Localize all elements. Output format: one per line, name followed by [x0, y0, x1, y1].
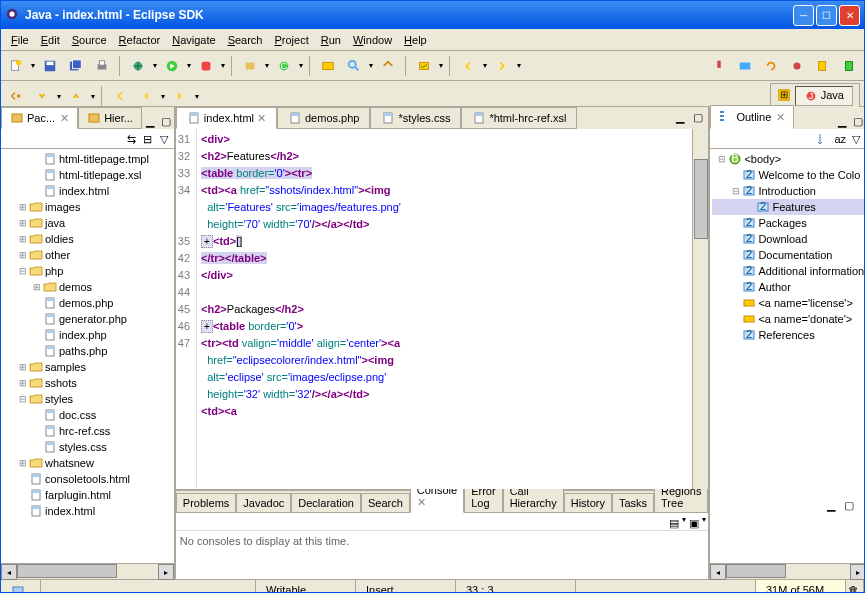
twisty-icon[interactable]: ⊞ — [17, 458, 29, 468]
code-editor[interactable]: 31323334 35424344454647 <div><h2>Feature… — [176, 129, 709, 489]
console-minimize-icon[interactable]: ▁ — [823, 497, 839, 513]
menu-search[interactable]: Search — [222, 32, 269, 48]
tree-node[interactable]: html-titlepage.tmpl — [3, 151, 172, 167]
paste-button[interactable] — [838, 55, 860, 77]
twisty-icon[interactable]: ⊞ — [17, 250, 29, 260]
debug-button[interactable] — [127, 55, 149, 77]
code-content[interactable]: <div><h2>Features</h2><table border='0'>… — [197, 129, 692, 489]
twisty-icon[interactable]: ⊞ — [17, 378, 29, 388]
pin-console-icon[interactable]: ▣ — [686, 515, 702, 531]
tree-node[interactable]: ⊞other — [3, 247, 172, 263]
twisty-icon[interactable]: ⊞ — [17, 202, 29, 212]
search-button[interactable] — [343, 55, 365, 77]
menu-file[interactable]: File — [5, 32, 35, 48]
run-button[interactable] — [161, 55, 183, 77]
prev-annotation-button[interactable] — [65, 85, 87, 107]
tree-node[interactable]: html-titlepage.xsl — [3, 167, 172, 183]
bottom-tab[interactable]: Javadoc — [236, 493, 291, 513]
outline-node[interactable]: 2Packages — [712, 215, 864, 231]
tree-node[interactable]: ⊞oldies — [3, 231, 172, 247]
menu-source[interactable]: Source — [66, 32, 113, 48]
scroll-left-button[interactable]: ◂ — [710, 564, 726, 580]
perspective-java[interactable]: J Java — [795, 86, 853, 106]
twisty-icon[interactable]: ⊞ — [17, 234, 29, 244]
scroll-right-button[interactable]: ▸ — [158, 564, 174, 580]
save-all-button[interactable] — [65, 55, 87, 77]
menu-navigate[interactable]: Navigate — [166, 32, 221, 48]
tree-node[interactable]: styles.css — [3, 439, 172, 455]
back-history-button[interactable] — [135, 85, 157, 107]
menu-project[interactable]: Project — [269, 32, 315, 48]
view-tab[interactable]: Pac...✕ — [1, 107, 78, 129]
tree-node[interactable]: paths.php — [3, 343, 172, 359]
outline-node[interactable]: ⊟2Introduction — [712, 183, 864, 199]
outline-node[interactable]: 2References — [712, 327, 864, 343]
new-package-button[interactable] — [239, 55, 261, 77]
menu-window[interactable]: Window — [347, 32, 398, 48]
twisty-icon[interactable]: ⊟ — [730, 186, 742, 196]
editor-tab[interactable]: demos.php — [277, 107, 370, 129]
scroll-right-button[interactable]: ▸ — [850, 564, 865, 580]
open-perspective-icon[interactable]: ⊞ — [777, 88, 791, 104]
next-annotation-button[interactable] — [31, 85, 53, 107]
new-class-button[interactable]: C — [273, 55, 295, 77]
link-editor-icon[interactable]: ⊟ — [140, 131, 156, 147]
twisty-icon[interactable]: ⊞ — [17, 218, 29, 228]
outline-tab[interactable]: Outline ✕ — [710, 105, 794, 129]
tree-node[interactable]: consoletools.html — [3, 471, 172, 487]
show-source-button[interactable] — [5, 85, 27, 107]
collapse-all-icon[interactable]: ⇆ — [124, 131, 140, 147]
tree-node[interactable]: doc.css — [3, 407, 172, 423]
outline-node[interactable]: <a name='license'> — [712, 295, 864, 311]
tree-node[interactable]: ⊞whatsnew — [3, 455, 172, 471]
view-tab[interactable]: Hier... — [78, 107, 142, 129]
bottom-tab[interactable]: Search — [361, 493, 410, 513]
print-button[interactable] — [91, 55, 113, 77]
fwd-history-button[interactable] — [169, 85, 191, 107]
twisty-icon[interactable]: ⊟ — [716, 154, 728, 164]
last-edit-button[interactable] — [109, 85, 131, 107]
maximize-button[interactable]: ☐ — [816, 5, 837, 26]
close-button[interactable]: ✕ — [839, 5, 860, 26]
open-type-button[interactable] — [317, 55, 339, 77]
outline-node[interactable]: 2Features — [712, 199, 864, 215]
open-task-button[interactable] — [413, 55, 435, 77]
new-button[interactable] — [5, 55, 27, 77]
close-icon[interactable]: ✕ — [60, 112, 69, 125]
menu-edit[interactable]: Edit — [35, 32, 66, 48]
nav-back-button[interactable] — [457, 55, 479, 77]
minimize-button[interactable]: ─ — [793, 5, 814, 26]
outline-node[interactable]: <a name='donate'> — [712, 311, 864, 327]
filter-icon[interactable]: az — [832, 131, 848, 147]
cvs-button[interactable] — [734, 55, 756, 77]
close-icon[interactable]: ✕ — [417, 496, 426, 508]
console-maximize-icon[interactable]: ▢ — [841, 497, 857, 513]
bottom-tab[interactable]: Tasks — [612, 493, 654, 513]
view-menu-icon[interactable]: ▽ — [156, 131, 172, 147]
menu-refactor[interactable]: Refactor — [113, 32, 167, 48]
twisty-icon[interactable]: ⊟ — [17, 394, 29, 404]
pin-button[interactable] — [708, 55, 730, 77]
nav-fwd-button[interactable] — [491, 55, 513, 77]
outline-menu-icon[interactable]: ▽ — [848, 131, 864, 147]
outline-node[interactable]: 2Documentation — [712, 247, 864, 263]
tree-node[interactable]: ⊞demos — [3, 279, 172, 295]
outline-close-icon[interactable]: ✕ — [776, 111, 785, 124]
menu-run[interactable]: Run — [315, 32, 347, 48]
tree-node[interactable]: ⊞sshots — [3, 375, 172, 391]
outline-node[interactable]: 2Author — [712, 279, 864, 295]
tree-node[interactable]: generator.php — [3, 311, 172, 327]
tree-hscrollbar[interactable]: ◂ ▸ — [1, 563, 174, 579]
outline-node[interactable]: 2Welcome to the Colo — [712, 167, 864, 183]
editor-minimize-icon[interactable]: ▁ — [672, 109, 688, 125]
tree-node[interactable]: hrc-ref.css — [3, 423, 172, 439]
editor-tab[interactable]: *html-hrc-ref.xsl — [461, 107, 577, 129]
bottom-tab[interactable]: Problems — [176, 493, 236, 513]
view-maximize-icon[interactable]: ▢ — [158, 113, 174, 129]
refresh-button[interactable] — [760, 55, 782, 77]
tree-node[interactable]: index.php — [3, 327, 172, 343]
outline-hscrollbar[interactable]: ◂ ▸ — [710, 563, 865, 579]
outline-maximize-icon[interactable]: ▢ — [850, 113, 865, 129]
sort-icon[interactable] — [816, 131, 832, 147]
twisty-icon[interactable]: ⊞ — [17, 362, 29, 372]
